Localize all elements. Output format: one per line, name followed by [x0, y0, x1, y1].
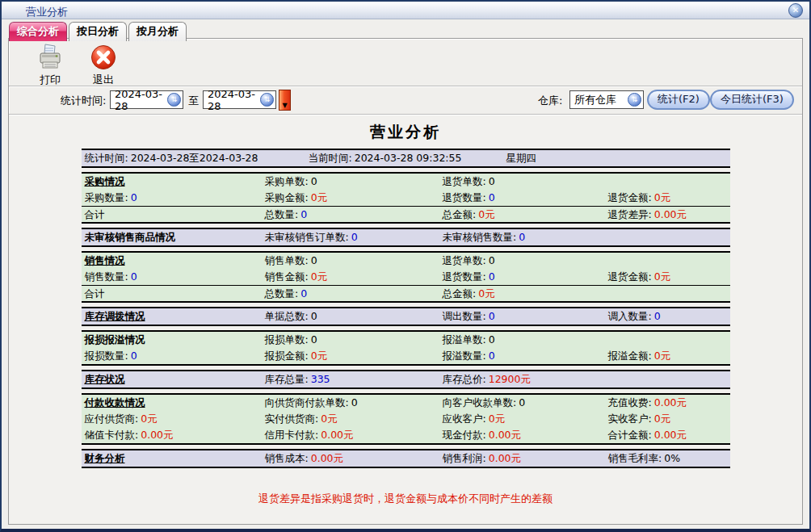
cell-value: 0: [309, 175, 317, 187]
report-cell: 报损单数:0: [262, 332, 439, 348]
to-label: 至: [188, 94, 199, 108]
cell-label: 应付供货商:: [85, 413, 139, 425]
report-cell: 合计: [82, 286, 262, 302]
close-icon[interactable]: ✕: [788, 3, 803, 18]
date-from-spinner-icon[interactable]: ⇅: [167, 93, 181, 107]
warehouse-label: 仓库:: [538, 94, 562, 108]
print-button[interactable]: 打印: [27, 43, 74, 87]
cell-value: 0元: [318, 413, 337, 425]
report-cell: 报溢金额:0元: [605, 348, 730, 364]
report-cell: 退货金额:0元: [605, 190, 730, 206]
report-cell: 付款收款情况: [82, 395, 262, 411]
report-cell: 库存总价:12900元: [439, 371, 605, 387]
report-cell: 未审核销售商品情况: [82, 229, 262, 245]
report-row: 销售情况销售单数:0退货单数:0: [82, 253, 730, 269]
report-row: 销售数量:0销售金额:0元退货数量:0退货金额:0元: [82, 269, 730, 285]
report-row: 合计总数量:0总金额:0元: [82, 285, 730, 301]
cell-value: 0: [128, 350, 137, 362]
cell-label: 采购单数:: [265, 175, 309, 187]
cell-label: 总数量:: [265, 287, 299, 300]
cell-value: 0: [128, 191, 137, 203]
report-cell: 应收客户:0元: [439, 411, 605, 427]
cell-value: 0元: [138, 413, 157, 425]
report-cell: 销售金额:0元: [262, 269, 439, 285]
date-to-spinner-icon[interactable]: ⇅: [260, 93, 274, 107]
cell-value: 0元: [476, 287, 494, 300]
cell-label: 销售成本:: [265, 452, 309, 464]
cell-label: 销售情况: [85, 254, 125, 266]
cell-value: 0: [486, 350, 495, 362]
report-cell: 应付供货商:0元: [82, 411, 262, 427]
report-cell: 当前时间:2024-03-28 09:32:55: [305, 150, 503, 166]
today-stat-f3-button[interactable]: 今日统计(F3): [710, 90, 794, 110]
cell-value: 0%: [662, 452, 680, 464]
report-cell: 现金付款:0.00元: [439, 427, 605, 443]
report-cell: [605, 229, 730, 245]
report-table: 统计时间:2024-03-28至2024-03-28当前时间:2024-03-2…: [82, 149, 730, 468]
cell-label: 未审核销售数量:: [443, 231, 517, 243]
report-section: 未审核销售商品情况未审核销售订单数:0未审核销售数量:0: [82, 228, 730, 247]
title-bar: 营业分析 ✕: [2, 2, 809, 19]
cell-label: 充值收费:: [608, 396, 652, 408]
cell-value: 0: [298, 287, 307, 300]
cell-value: 0元: [309, 191, 327, 203]
report-row: 财务分析销售成本:0.00元销售利润:0.00元销售毛利率:0%: [82, 450, 730, 467]
main-panel: 打印 退出: [8, 38, 803, 525]
cell-value: 0.00元: [318, 429, 353, 441]
date-to-field[interactable]: 2024-03-28 ⇅: [203, 90, 276, 109]
cell-value: 0元: [309, 270, 327, 283]
cell-value: 0.00元: [652, 429, 687, 441]
report-cell: 退货差异:0.00元: [605, 207, 730, 223]
cell-label: 采购金额:: [265, 191, 309, 203]
report-cell: 单据总数:0: [262, 308, 439, 325]
date-from-field[interactable]: 2024-03-28 ⇅: [110, 90, 183, 109]
cell-label: 向客户收款单数:: [443, 396, 517, 408]
cell-label: 采购情况: [85, 175, 125, 187]
cell-label: 报溢数量:: [443, 350, 486, 362]
cell-label: 调入数量:: [608, 310, 652, 322]
cell-value: 0元: [476, 208, 494, 220]
report-cell: 报溢单数:0: [439, 332, 605, 348]
cell-label: 退货金额:: [608, 191, 652, 203]
cell-label: 报溢金额:: [608, 350, 652, 362]
cell-label: 应收客户:: [443, 413, 486, 425]
report-row: 采购情况采购单数:0退货单数:0: [82, 174, 730, 190]
report-cell: 向供货商付款单数:0: [262, 395, 439, 411]
exit-button[interactable]: 退出: [80, 43, 127, 87]
report-cell: 向客户收款单数:0: [439, 395, 605, 411]
cell-label: 财务分析: [85, 452, 125, 464]
report-cell: 储值卡付款:0.00元: [82, 427, 262, 443]
cell-value: 0: [516, 231, 525, 243]
cell-label: 退货差异:: [608, 208, 652, 220]
cell-value: 0.00元: [486, 452, 521, 464]
report-cell: 采购单数:0: [262, 174, 439, 190]
tab-bar: 综合分析 按日分析 按月分析: [9, 22, 187, 41]
report-title: 营业分析: [9, 122, 802, 143]
tab-comprehensive-analysis[interactable]: 综合分析: [9, 22, 67, 41]
warehouse-select[interactable]: 所有仓库 ⇅: [569, 90, 644, 109]
cell-value: 0: [309, 254, 317, 266]
cell-label: 单据总数:: [265, 310, 309, 322]
stat-f2-button[interactable]: 统计(F2): [647, 90, 710, 110]
cell-value: 12900元: [486, 373, 531, 385]
cell-value: 0元: [652, 350, 670, 362]
report-cell: 退货单数:0: [439, 174, 605, 190]
report-cell: 销售利润:0.00元: [439, 450, 605, 467]
report-cell: [605, 286, 730, 302]
report-cell: 退货单数:0: [439, 253, 605, 269]
cell-label: 销售毛利率:: [608, 452, 662, 464]
window-title: 营业分析: [26, 5, 68, 19]
cell-label: 退货数量:: [443, 191, 486, 203]
report-cell: [605, 253, 730, 269]
cell-label: 现金付款:: [443, 429, 486, 441]
tab-monthly-analysis[interactable]: 按月分析: [128, 22, 187, 41]
report-cell: 报损报溢情况: [82, 332, 262, 348]
cell-value: 0: [349, 396, 358, 408]
date-preset-dropdown-icon[interactable]: ▼: [279, 90, 291, 111]
cell-value: 0.00元: [486, 429, 521, 441]
cell-label: 库存总量:: [265, 373, 309, 385]
report-cell: 实收客户:0元: [605, 411, 730, 427]
warehouse-spinner-icon[interactable]: ⇅: [628, 93, 641, 107]
report-cell: [605, 332, 730, 348]
tab-daily-analysis[interactable]: 按日分析: [69, 22, 127, 41]
